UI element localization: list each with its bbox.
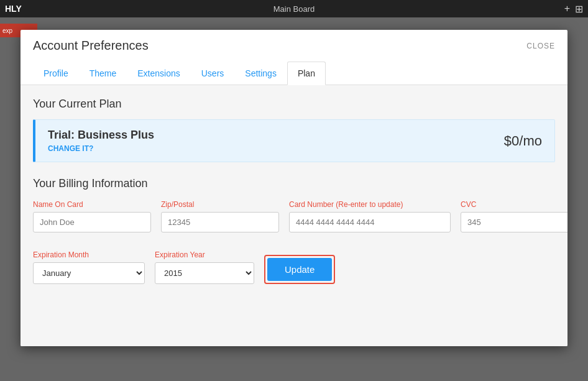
- name-label: Name On Card: [33, 200, 151, 209]
- plan-price: $0/mo: [504, 133, 542, 149]
- billing-title: Your Billing Information: [33, 177, 555, 190]
- zip-input[interactable]: [161, 212, 279, 232]
- zip-field-group: Zip/Postal: [161, 200, 279, 232]
- card-label: Card Number (Re-enter to update): [289, 200, 451, 209]
- modal-body: Your Current Plan Trial: Business Plus C…: [21, 85, 567, 346]
- account-preferences-modal: Account Preferences CLOSE Profile Theme …: [21, 30, 567, 346]
- card-input[interactable]: [289, 212, 451, 232]
- cvc-label: CVC: [461, 200, 567, 209]
- tab-theme[interactable]: Theme: [79, 62, 127, 85]
- zip-label: Zip/Postal: [161, 200, 279, 209]
- name-field-group: Name On Card: [33, 200, 151, 232]
- change-plan-link[interactable]: CHANGE IT?: [48, 144, 154, 153]
- tab-settings[interactable]: Settings: [234, 62, 287, 85]
- modal-title: Account Preferences: [33, 39, 149, 62]
- tab-profile[interactable]: Profile: [33, 62, 79, 85]
- billing-row-1: Name On Card Zip/Postal Card Number (Re-…: [33, 200, 555, 232]
- name-input[interactable]: [33, 212, 151, 232]
- current-plan-title: Your Current Plan: [33, 98, 555, 111]
- grid-icon[interactable]: ⊞: [575, 3, 583, 15]
- month-select[interactable]: January February March April May June Ju…: [33, 262, 145, 284]
- tabs-bar: Profile Theme Extensions Users Settings …: [21, 62, 567, 85]
- tab-users[interactable]: Users: [191, 62, 235, 85]
- plan-box: Trial: Business Plus CHANGE IT? $0/mo: [33, 119, 555, 162]
- tab-plan[interactable]: Plan: [287, 62, 326, 85]
- update-button[interactable]: Update: [267, 258, 332, 281]
- top-bar-title: Main Board: [273, 4, 315, 14]
- year-label: Expiration Year: [155, 250, 254, 259]
- app-name: HLY: [5, 4, 22, 14]
- billing-row-2: Expiration Month January February March …: [33, 242, 555, 284]
- plan-name: Trial: Business Plus: [48, 129, 154, 142]
- update-button-wrapper: Update: [264, 255, 335, 284]
- close-button[interactable]: CLOSE: [526, 42, 555, 59]
- month-label: Expiration Month: [33, 250, 145, 259]
- top-bar-actions: + ⊞: [564, 3, 583, 15]
- add-icon[interactable]: +: [564, 3, 570, 15]
- cvc-field-group: CVC: [461, 200, 567, 232]
- year-field-group: Expiration Year 2015 2016 2017 2018 2019…: [155, 250, 254, 284]
- month-field-group: Expiration Month January February March …: [33, 250, 145, 284]
- modal-overlay: Account Preferences CLOSE Profile Theme …: [0, 17, 588, 381]
- top-bar: HLY Main Board + ⊞: [0, 0, 588, 17]
- cvc-input[interactable]: [461, 212, 567, 232]
- plan-info: Trial: Business Plus CHANGE IT?: [48, 129, 154, 153]
- year-select[interactable]: 2015 2016 2017 2018 2019 2020: [155, 262, 254, 284]
- tab-extensions[interactable]: Extensions: [127, 62, 190, 85]
- card-field-group: Card Number (Re-enter to update): [289, 200, 451, 232]
- modal-header: Account Preferences CLOSE: [21, 30, 567, 62]
